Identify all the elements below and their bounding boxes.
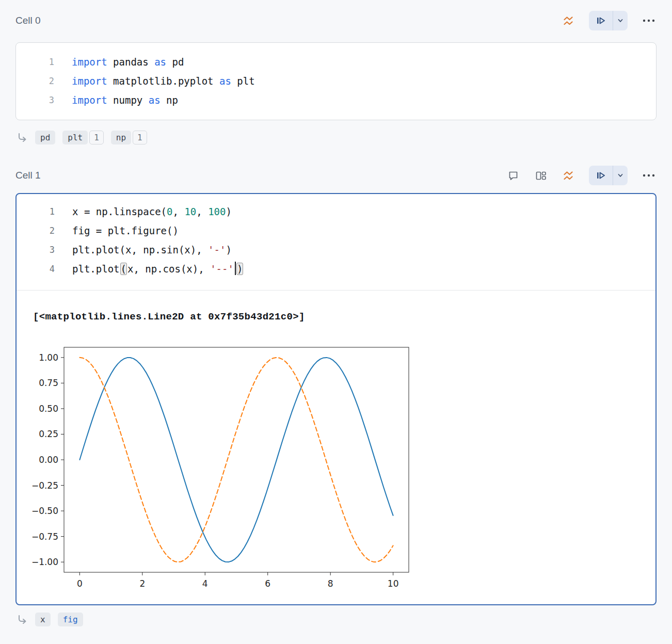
code-token: as (154, 56, 166, 68)
reactive-run-icon[interactable] (562, 14, 575, 27)
code-token: np (161, 94, 178, 106)
code-token: ) (226, 206, 231, 217)
x-tick-label: 4 (202, 578, 208, 589)
x-tick-label: 10 (388, 578, 399, 589)
split-cell-icon[interactable] (534, 169, 548, 183)
variable-badge-plt[interactable]: plt (62, 131, 88, 144)
variable-count-badge[interactable]: 1 (89, 131, 104, 144)
y-tick-label: −0.25 (32, 480, 58, 491)
variable-badge-group: np1 (111, 131, 147, 144)
y-tick-label: 0.25 (39, 429, 58, 439)
code-token: x, np.cos(x), (127, 263, 210, 275)
code-line[interactable]: 1import pandas as pd (31, 53, 641, 72)
code-token: 10 (184, 206, 196, 217)
code-token: as (149, 94, 161, 106)
code-token: '-' (208, 244, 226, 255)
output-arrow-icon (17, 614, 28, 625)
line-number: 2 (31, 72, 54, 91)
notebook-page: Cell 0 (0, 11, 672, 626)
cell-1-variables-row: xfig (15, 613, 657, 626)
code-token: fig = plt.figure() (72, 225, 179, 236)
code-text: plt.plot(x, np.sin(x), '-') (72, 240, 232, 260)
y-tick-label: 1.00 (39, 352, 58, 363)
code-token: , (172, 206, 184, 217)
code-token: 100 (208, 206, 226, 217)
x-tick-label: 0 (77, 578, 83, 589)
code-line[interactable]: 3plt.plot(x, np.sin(x), '-') (32, 240, 640, 260)
code-token: ) (236, 263, 243, 275)
code-token: plt (231, 75, 255, 87)
code-line[interactable]: 4plt.plot(x, np.cos(x), '--') (32, 260, 640, 279)
code-token: matplotlib.pyplot (107, 75, 219, 87)
variable-badge-pd[interactable]: pd (35, 131, 55, 144)
variable-badge-fig[interactable]: fig (58, 613, 83, 626)
figure-area: 02468101.000.750.500.250.00−0.25−0.50−0.… (17, 323, 655, 604)
cell-1-title: Cell 1 (15, 170, 41, 181)
line-number: 3 (31, 91, 54, 110)
text-cursor (235, 262, 236, 275)
y-tick-label: 0.50 (39, 404, 58, 414)
output-arrow-icon (17, 132, 28, 143)
code-token: numpy (107, 94, 149, 106)
more-menu-icon[interactable] (641, 18, 657, 24)
code-text: import pandas as pd (72, 53, 184, 72)
code-text: x = np.linspace(0, 10, 100) (72, 202, 232, 221)
y-tick-label: −0.75 (32, 532, 58, 542)
code-line[interactable]: 1x = np.linspace(0, 10, 100) (32, 202, 640, 221)
code-text: import matplotlib.pyplot as plt (72, 72, 255, 91)
code-token: import (72, 94, 107, 106)
code-token: plt.plot(x, np.sin(x), (72, 244, 208, 255)
line-number: 1 (32, 202, 55, 221)
cell-0-title: Cell 0 (15, 15, 41, 26)
code-line[interactable]: 3import numpy as np (31, 91, 641, 110)
run-options-chevron[interactable] (613, 17, 628, 24)
variable-badge-x[interactable]: x (35, 613, 51, 626)
code-token: ( (120, 263, 127, 275)
more-menu-icon[interactable] (641, 172, 657, 179)
code-token: , (196, 206, 208, 217)
code-token: '--' (210, 263, 234, 275)
code-token: import (72, 56, 107, 68)
code-line[interactable]: 2import matplotlib.pyplot as plt (31, 72, 641, 91)
run-bar-icon (597, 18, 599, 24)
cell-1-output-area: [<matplotlib.lines.Line2D at 0x7f35b43d2… (17, 291, 655, 323)
y-tick-label: −1.00 (32, 557, 58, 567)
run-cell-button[interactable] (589, 170, 613, 181)
x-tick-label: 6 (265, 578, 270, 589)
variable-badge-group: pd (35, 131, 55, 144)
code-token: pd (166, 56, 184, 68)
reactive-run-icon[interactable] (562, 169, 575, 182)
variable-count-badge[interactable]: 1 (133, 131, 147, 144)
line-number: 1 (31, 53, 54, 72)
cell-0-editor[interactable]: 1import pandas as pd2import matplotlib.p… (15, 42, 657, 120)
code-token: ) (226, 244, 231, 255)
variable-badge-np[interactable]: np (111, 131, 131, 144)
variable-badge-group: plt1 (62, 131, 104, 144)
comment-icon[interactable] (506, 169, 520, 183)
output-repr-text: [<matplotlib.lines.Line2D at 0x7f35b43d2… (33, 311, 640, 323)
line-number: 4 (32, 260, 55, 279)
code-text: plt.plot(x, np.cos(x), '--') (72, 260, 244, 279)
code-token: 0 (167, 206, 172, 217)
code-token: import (72, 75, 107, 87)
code-line[interactable]: 2fig = plt.figure() (32, 221, 640, 240)
code-text: fig = plt.figure() (72, 221, 179, 240)
line-number: 3 (32, 240, 55, 260)
cell-1-editor[interactable]: 1x = np.linspace(0, 10, 100)2fig = plt.f… (15, 193, 657, 605)
cell-0-header: Cell 0 (15, 11, 657, 30)
code-token: plt.plot (72, 263, 120, 275)
x-tick-label: 2 (139, 578, 145, 589)
cell-1-code[interactable]: 1x = np.linspace(0, 10, 100)2fig = plt.f… (17, 194, 655, 282)
cell-0-code[interactable]: 1import pandas as pd2import matplotlib.p… (16, 43, 656, 120)
code-text: import numpy as np (72, 91, 178, 110)
run-bar-icon (597, 172, 599, 179)
run-button-group[interactable] (589, 11, 628, 30)
play-icon (600, 18, 605, 24)
run-button-group[interactable] (589, 166, 628, 185)
x-tick-label: 8 (328, 578, 333, 589)
run-cell-button[interactable] (589, 15, 613, 26)
line-number: 2 (32, 221, 55, 240)
matplotlib-figure: 02468101.000.750.500.250.00−0.25−0.50−0.… (32, 336, 419, 595)
y-tick-label: −0.50 (32, 506, 58, 516)
run-options-chevron[interactable] (613, 172, 628, 179)
